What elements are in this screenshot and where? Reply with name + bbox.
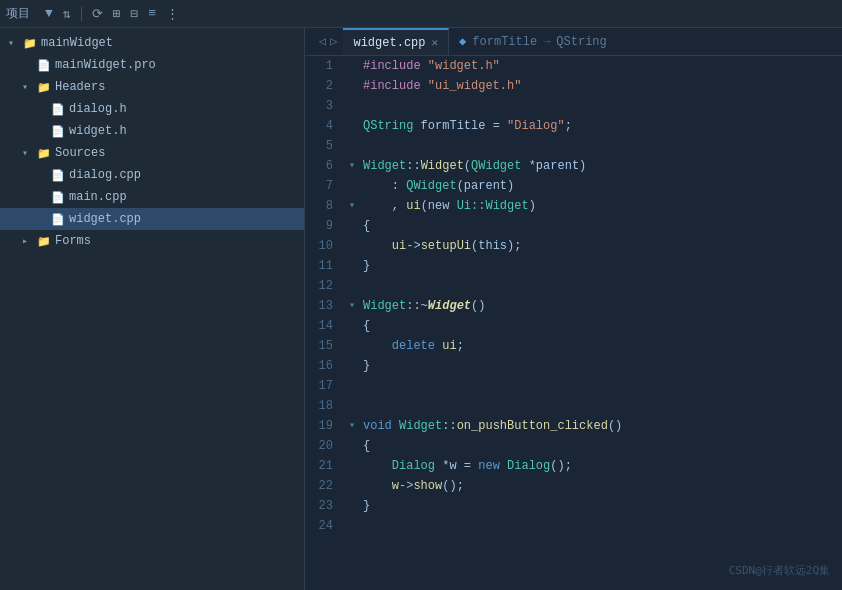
tab-label-widget-cpp: widget.cpp — [353, 36, 425, 50]
tab-breadcrumb: ◆ formTitle → QString — [449, 28, 842, 55]
nav-forward-icon[interactable]: ▷ — [330, 34, 337, 49]
token-19-4: on_pushButton_clicked — [457, 416, 608, 436]
token-8-5: ) — [529, 196, 536, 216]
token-15-2: delete — [392, 336, 442, 356]
fold-arrow-13[interactable]: ▾ — [349, 296, 363, 316]
tree-item-Sources[interactable]: ▾ 📁 Sources — [0, 142, 304, 164]
token-9-1: { — [363, 216, 370, 236]
tab-close-widget-cpp[interactable]: ✕ — [431, 36, 438, 49]
code-line-2: #include "ui_widget.h" — [349, 76, 842, 96]
line-numbers: 1 2 3 4 5 6 7 8 9 10 11 12 13 14 15 16 1… — [305, 56, 341, 590]
line-num-15: 15 — [305, 336, 333, 356]
token-15-4: ; — [457, 336, 464, 356]
tree-item-mainWidget[interactable]: ▾ 📁 mainWidget — [0, 32, 304, 54]
breadcrumb-formTitle: formTitle — [472, 35, 537, 49]
token-15-1 — [363, 336, 392, 356]
file-icon-widget-cpp: 📄 — [50, 211, 66, 227]
line-num-18: 18 — [305, 396, 333, 416]
code-container[interactable]: 1 2 3 4 5 6 7 8 9 10 11 12 13 14 15 16 1… — [305, 56, 842, 590]
tree-item-Headers[interactable]: ▾ 📁 Headers — [0, 76, 304, 98]
token-19-1: void — [363, 416, 399, 436]
token-13-4: () — [471, 296, 485, 316]
more-icon[interactable]: ⋮ — [163, 4, 182, 24]
wrap-icon[interactable]: ≡ — [145, 4, 159, 23]
line-num-20: 20 — [305, 436, 333, 456]
fold-arrow-5 — [349, 136, 363, 156]
file-icon-mainWidget-pro: 📄 — [36, 57, 52, 73]
token-19-3: :: — [442, 416, 456, 436]
tree-item-mainWidget-pro[interactable]: 📄 mainWidget.pro — [0, 54, 304, 76]
token-19-5: () — [608, 416, 622, 436]
tab-widget-cpp[interactable]: widget.cpp ✕ — [343, 28, 449, 55]
token-22-2: w — [392, 476, 399, 496]
token-2-1: #include — [363, 76, 428, 96]
token-21-5: Dialog — [507, 456, 550, 476]
fold-arrow-8[interactable]: ▾ — [349, 196, 363, 216]
sort-icon[interactable]: ⇅ — [60, 4, 74, 24]
token-21-2: Dialog — [392, 456, 435, 476]
fold-arrow-17 — [349, 376, 363, 396]
filter-icon[interactable]: ▼ — [42, 4, 56, 23]
split-icon[interactable]: ⊞ — [110, 4, 124, 24]
tree-item-Forms[interactable]: ▸ 📁 Forms — [0, 230, 304, 252]
token-2-2: "ui_widget.h" — [428, 76, 522, 96]
token-8-2: ui — [406, 196, 420, 216]
project-tree[interactable]: ▾ 📁 mainWidget 📄 mainWidget.pro ▾ 📁 Head… — [0, 28, 304, 590]
line-num-8: 8 — [305, 196, 333, 216]
line-num-24: 24 — [305, 516, 333, 536]
toolbar-label: 项目 — [6, 5, 30, 22]
line-num-2: 2 — [305, 76, 333, 96]
folder-icon-Forms: 📁 — [36, 233, 52, 249]
token-7-1: : — [363, 176, 406, 196]
tree-item-main-cpp[interactable]: 📄 main.cpp — [0, 186, 304, 208]
tree-item-dialog-h[interactable]: 📄 dialog.h — [0, 98, 304, 120]
token-13-2: ::~ — [406, 296, 428, 316]
code-line-17 — [349, 376, 842, 396]
tree-label-widget-cpp: widget.cpp — [69, 212, 141, 226]
fold-arrow-20 — [349, 436, 363, 456]
breadcrumb-arrow: → — [543, 35, 550, 49]
toolbar: 项目 ▼ ⇅ ⟳ ⊞ ⊟ ≡ ⋮ — [0, 0, 842, 28]
token-22-3: -> — [399, 476, 413, 496]
main-area: ▾ 📁 mainWidget 📄 mainWidget.pro ▾ 📁 Head… — [0, 28, 842, 590]
token-10-2: ui — [392, 236, 406, 256]
code-line-22: w->show(); — [349, 476, 842, 496]
token-22-1 — [363, 476, 392, 496]
token-8-3: (new — [421, 196, 457, 216]
tree-arrow-mainWidget: ▾ — [8, 37, 22, 49]
token-15-3: ui — [442, 336, 456, 356]
token-21-3: *w = — [435, 456, 478, 476]
folder-icon-Headers: 📁 — [36, 79, 52, 95]
folder-icon-mainWidget: 📁 — [22, 35, 38, 51]
link-icon[interactable]: ⟳ — [89, 4, 106, 24]
fold-arrow-19[interactable]: ▾ — [349, 416, 363, 436]
tree-label-Headers: Headers — [55, 80, 105, 94]
token-13-1: Widget — [363, 296, 406, 316]
code-line-10: ui->setupUi(this); — [349, 236, 842, 256]
code-line-18 — [349, 396, 842, 416]
line-num-14: 14 — [305, 316, 333, 336]
line-num-17: 17 — [305, 376, 333, 396]
code-line-15: delete ui; — [349, 336, 842, 356]
token-10-5: (this); — [471, 236, 521, 256]
token-4-2: formTitle = — [413, 116, 507, 136]
fold-arrow-6[interactable]: ▾ — [349, 156, 363, 176]
token-6-3: Widget — [421, 156, 464, 176]
fold-arrow-11 — [349, 256, 363, 276]
line-num-7: 7 — [305, 176, 333, 196]
token-16-1: } — [363, 356, 370, 376]
line-num-11: 11 — [305, 256, 333, 276]
token-4-4: ; — [565, 116, 572, 136]
nav-back-icon[interactable]: ◁ — [319, 34, 326, 49]
tree-item-widget-cpp[interactable]: 📄 widget.cpp — [0, 208, 304, 230]
tree-item-widget-h[interactable]: 📄 widget.h — [0, 120, 304, 142]
line-num-23: 23 — [305, 496, 333, 516]
line-num-10: 10 — [305, 236, 333, 256]
grid-icon[interactable]: ⊟ — [127, 4, 141, 24]
token-21-4: new — [478, 456, 507, 476]
tree-label-Forms: Forms — [55, 234, 91, 248]
token-7-3: (parent) — [457, 176, 515, 196]
tree-item-dialog-cpp[interactable]: 📄 dialog.cpp — [0, 164, 304, 186]
token-6-5: QWidget — [471, 156, 521, 176]
token-6-6: *parent) — [521, 156, 586, 176]
